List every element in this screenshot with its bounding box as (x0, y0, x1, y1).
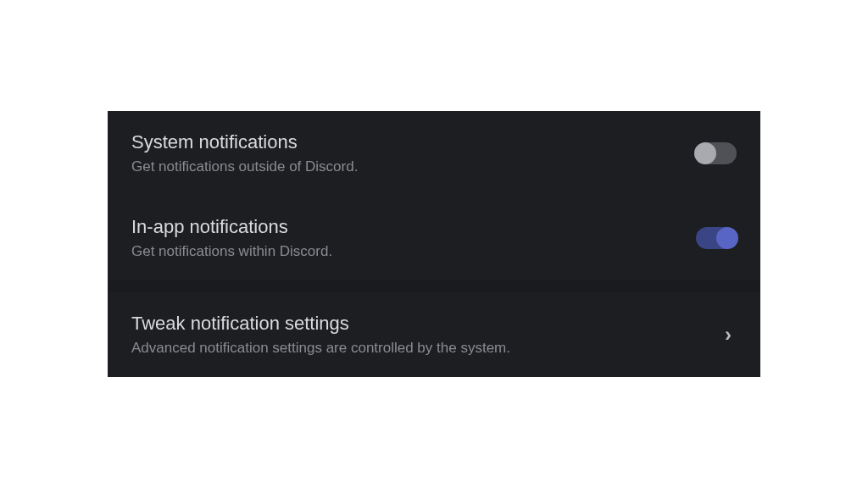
chevron-right-icon: › (725, 323, 737, 347)
in-app-notifications-text: In-app notifications Get notifications w… (131, 216, 696, 260)
in-app-notifications-title: In-app notifications (131, 216, 696, 238)
tweak-notification-title: Tweak notification settings (131, 313, 725, 335)
in-app-notifications-row[interactable]: In-app notifications Get notifications w… (108, 196, 760, 280)
system-notifications-title: System notifications (131, 131, 696, 153)
notification-settings-panel: System notifications Get notifications o… (108, 111, 760, 377)
section-divider (108, 280, 760, 292)
in-app-notifications-description: Get notifications within Discord. (131, 243, 696, 260)
system-notifications-row[interactable]: System notifications Get notifications o… (108, 111, 760, 196)
tweak-notification-description: Advanced notification settings are contr… (131, 340, 725, 357)
in-app-notifications-toggle[interactable] (696, 227, 737, 249)
system-notifications-text: System notifications Get notifications o… (131, 131, 696, 175)
system-notifications-toggle[interactable] (696, 142, 737, 164)
tweak-notification-settings-row[interactable]: Tweak notification settings Advanced not… (108, 292, 760, 377)
toggle-knob-icon (694, 142, 716, 164)
system-notifications-description: Get notifications outside of Discord. (131, 158, 696, 175)
tweak-notification-text: Tweak notification settings Advanced not… (131, 313, 725, 357)
toggle-knob-icon (716, 227, 738, 249)
